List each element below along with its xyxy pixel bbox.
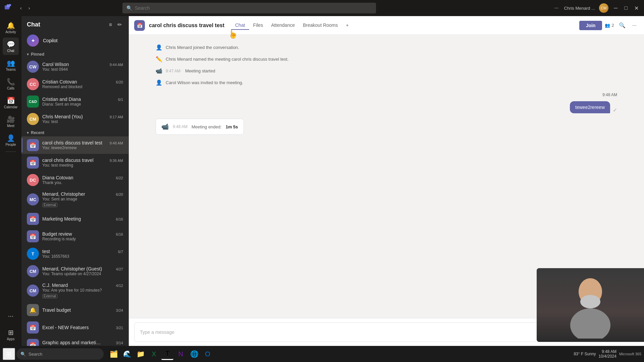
chat-item-preview: You: Teams update on 4/27/2024 (42, 272, 123, 276)
user-avatar[interactable]: CM (599, 3, 608, 13)
sidebar-item-calls[interactable]: 📞 Calls (3, 75, 19, 93)
sidebar-item-label-people: People (5, 143, 16, 146)
chat-item-preview: Removed and blocked (42, 84, 123, 89)
sidebar-item-teams[interactable]: 👥 Teams (3, 56, 19, 74)
message-input[interactable] (140, 329, 565, 335)
chat-item-time: 6/1 (118, 98, 123, 102)
chat-item-name: carol chris discuss travel test (42, 140, 102, 145)
avatar-meeting: 📅 (27, 321, 39, 334)
chat-item-time: 3/24 (116, 308, 123, 312)
date-display: 10/4/2024 (599, 354, 616, 359)
taskbar-app-outlook[interactable]: O (202, 348, 214, 360)
chat-item-carol-wilson[interactable]: CW Carol Wilson 9:44 AM You: test 0944 (21, 58, 128, 75)
sidebar-item-calendar[interactable]: 📅 Calendar (3, 94, 19, 111)
chat-item-menard-guest[interactable]: CM Menard, Christopher (Guest) 4/27 You:… (21, 262, 128, 280)
chat-item-name: C.J. Menard (42, 283, 68, 288)
participants-button[interactable]: 👥 2 (605, 23, 614, 28)
sidebar-item-label-activity: Activity (5, 30, 16, 34)
maximize-button[interactable]: □ (623, 4, 629, 12)
system-message-text: Chris Menard named the meeting carol chr… (166, 57, 288, 62)
copilot-item[interactable]: ✦ Copilot (21, 32, 128, 49)
chat-item-carol-travel-test[interactable]: 📅 carol chris discuss travel test 9:48 A… (21, 136, 128, 154)
taskbar-search-icon: 🔍 (20, 352, 26, 357)
chat-item-budget-review[interactable]: 📅 Budget review 6/16 Recording is ready (21, 228, 128, 245)
tab-chat[interactable]: Chat (231, 21, 249, 30)
chat-item-info: Marketing Meeting 6/16 (42, 216, 123, 222)
sidebar-item-more[interactable]: ··· (3, 307, 19, 324)
chat-item-info: Menard, Christopher 6/20 You: Sent an im… (42, 191, 123, 207)
more-header-button[interactable]: ··· (630, 20, 639, 31)
taskbar-app-store[interactable]: 🗂️ (108, 348, 120, 360)
tab-add[interactable]: + (342, 21, 353, 30)
taskbar-app-files[interactable]: 📁 (135, 348, 147, 360)
sidebar-item-activity[interactable]: 🔔 Activity (3, 19, 19, 36)
tab-attendance[interactable]: Attendance (267, 21, 299, 30)
tab-breakout-rooms[interactable]: Breakout Rooms (299, 21, 342, 30)
taskbar-app-onenote[interactable]: N (175, 348, 187, 360)
nav-forward-button[interactable]: › (26, 4, 33, 12)
sidebar-item-apps[interactable]: ⊞ Apps (3, 326, 19, 343)
system-message-named: ✏️ Chris Menard named the meeting carol … (156, 55, 617, 64)
meeting-end-label: Meeting ended: (192, 124, 222, 129)
nav-back-button[interactable]: ‹ (17, 4, 24, 12)
avatar-meeting: 📅 (27, 230, 39, 242)
taskbar-app-chrome[interactable]: 🌐 (188, 348, 200, 360)
recent-section-header[interactable]: ▾ Recent (21, 128, 128, 136)
meet-icon: 🎥 (7, 115, 15, 123)
more-options-button[interactable]: ··· (553, 4, 560, 12)
taskbar-search[interactable]: 🔍 Search (16, 348, 104, 360)
avatar: 🔔 (27, 304, 39, 316)
ms365-label: Microsoft 365 (619, 352, 641, 356)
message-time-header: 9:48 AM (156, 90, 617, 99)
start-button[interactable]: ⊞ (3, 348, 15, 360)
chat-item-name: Diana Cotovan (42, 175, 73, 180)
taskbar-app-edge[interactable]: 🌊 (121, 348, 133, 360)
meeting-ended-row: 📹 9:48 AM Meeting ended: 1m 5s (156, 116, 617, 137)
search-bar[interactable]: 🔍 (122, 3, 376, 13)
search-messages-button[interactable]: 🔍 (617, 20, 628, 31)
search-input[interactable] (135, 5, 372, 11)
avatar: CC (27, 78, 39, 90)
recent-section-title: Recent (31, 130, 44, 135)
chat-item-travel-budget[interactable]: 🔔 Travel budget 3/24 (21, 301, 128, 319)
chat-item-excel[interactable]: 📅 Excel - NEW Featuers 3/21 (21, 319, 128, 336)
chat-list-header: Chat ≡ ✏ (21, 16, 128, 32)
join-button[interactable]: Join (579, 21, 602, 30)
chat-item-test[interactable]: T test 6/7 You: 16557663 (21, 245, 128, 262)
chat-item-chris-menard[interactable]: CM Chris Menard (You) 9:17 AM You: test (21, 110, 128, 128)
chat-item-info: Graphic apps and marketing effort... 3/1… (42, 340, 123, 346)
svg-point-2 (9, 4, 11, 6)
taskbar-app-excel[interactable]: X (148, 348, 160, 360)
chat-item-time: 9:48 AM (110, 141, 123, 145)
chat-item-info: Menard, Christopher (Guest) 4/27 You: Te… (42, 266, 123, 276)
tab-files[interactable]: Files (249, 21, 267, 30)
top-bar: ‹ › 🔍 ··· Chris Menard ... CM ─ □ ✕ (0, 0, 644, 16)
chat-item-cristian-diana[interactable]: C&D Cristian and Diana 6/1 Diana: Sent a… (21, 93, 128, 110)
chat-new-button[interactable]: ✏ (116, 20, 123, 29)
chat-item-name: Excel - NEW Featuers (42, 325, 89, 330)
chat-item-preview: Recording is ready (42, 345, 123, 346)
message-check-icon: ✓ (613, 107, 617, 113)
taskbar-app-teams[interactable]: T (161, 348, 173, 360)
teams-icon: 👥 (7, 59, 15, 67)
chat-filter-button[interactable]: ≡ (108, 20, 113, 29)
weather-info: 83° F Sunny (574, 352, 596, 356)
chat-item-graphic-apps[interactable]: 📅 Graphic apps and marketing effort... 3… (21, 336, 128, 346)
chat-item-diana-cotovan[interactable]: DC Diana Cotovan 6/22 Thank you. (21, 171, 128, 189)
participants-icon: 👥 (605, 23, 610, 28)
sidebar-item-chat[interactable]: 💬 Chat (3, 38, 19, 55)
close-button[interactable]: ✕ (633, 4, 640, 13)
chat-item-cristian-cotovan[interactable]: CC Cristian Cotovan 6/20 Removed and blo… (21, 75, 128, 93)
chat-item-preview: Thank you. (42, 180, 123, 185)
chat-item-carol-travel[interactable]: 📅 carol chris discuss travel 9:36 AM You… (21, 154, 128, 171)
sidebar-item-label-calendar: Calendar (4, 105, 18, 109)
minimize-button[interactable]: ─ (612, 4, 619, 12)
sidebar-item-meet[interactable]: 🎥 Meet (3, 113, 19, 130)
chat-item-marketing-meeting[interactable]: 📅 Marketing Meeting 6/16 (21, 210, 128, 228)
chat-item-cj-menard[interactable]: CM C.J. Menard 4/12 You: Are you free fo… (21, 280, 128, 301)
chat-item-info: Chris Menard (You) 9:17 AM You: test (42, 114, 123, 124)
chat-item-menard-christopher[interactable]: MC Menard, Christopher 6/20 You: Sent an… (21, 189, 128, 210)
webcam-person (537, 268, 644, 342)
pinned-section-header[interactable]: ▾ Pinned (21, 49, 128, 58)
sidebar-item-people[interactable]: 👤 People (3, 131, 19, 149)
